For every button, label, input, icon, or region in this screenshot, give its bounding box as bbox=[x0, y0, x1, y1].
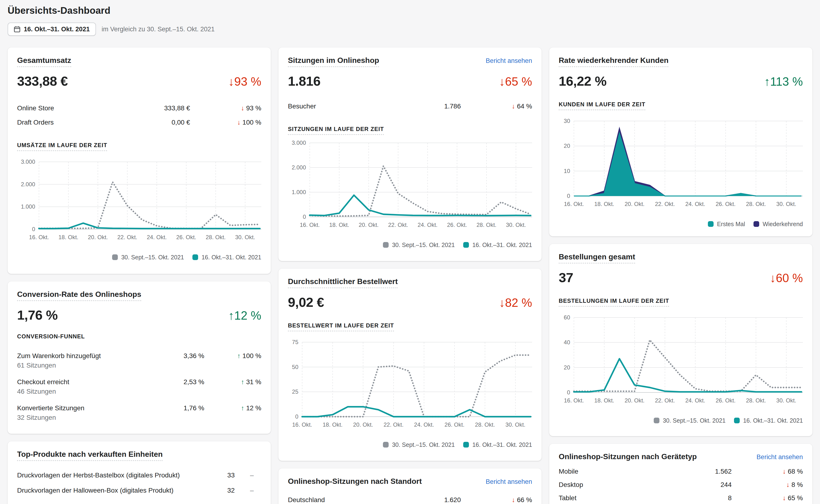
cards-grid: Gesamtumsatz 333,88 € ↓93 % Online Store… bbox=[8, 47, 812, 504]
chart-legend: 30. Sept.–15. Okt. 202116. Okt.–31. Okt.… bbox=[559, 417, 803, 424]
svg-text:16. Okt.: 16. Okt. bbox=[564, 201, 584, 207]
card-title-aov[interactable]: Durchschnittlicher Bestellwert bbox=[288, 277, 398, 288]
date-controls: 16. Okt.–31. Okt. 2021 im Vergleich zu 3… bbox=[8, 23, 812, 36]
chart-section-label: UMSÄTZE IM LAUFE DER ZEIT bbox=[17, 142, 261, 149]
metric-value: 1,76 % bbox=[17, 307, 58, 323]
card-title-sessions[interactable]: Sitzungen im Onlineshop bbox=[288, 56, 379, 67]
svg-text:26. Okt.: 26. Okt. bbox=[176, 234, 196, 240]
legend-item: 30. Sept.–15. Okt. 2021 bbox=[112, 254, 184, 261]
svg-text:22. Okt.: 22. Okt. bbox=[388, 222, 408, 228]
svg-text:26. Okt.: 26. Okt. bbox=[716, 201, 736, 207]
svg-text:16. Okt.: 16. Okt. bbox=[300, 222, 320, 228]
legend-item: 16. Okt.–31. Okt. 2021 bbox=[463, 441, 532, 448]
svg-text:50: 50 bbox=[292, 364, 298, 370]
svg-text:22. Okt.: 22. Okt. bbox=[655, 201, 675, 207]
card-title-conversion[interactable]: Conversion-Rate des Onlineshops bbox=[17, 290, 141, 301]
chart-section-label: BESTELLUNGEN IM LAUFE DER ZEIT bbox=[559, 298, 803, 304]
card-title-device: Onlineshop-Sitzungen nach Gerätetyp bbox=[559, 452, 697, 461]
card-location: Onlineshop-Sitzungen nach Standort Beric… bbox=[279, 468, 541, 504]
compare-label: im Vergleich zu 30. Sept.–15. Okt. 2021 bbox=[102, 26, 215, 33]
svg-text:28. Okt.: 28. Okt. bbox=[475, 421, 495, 428]
view-report-link[interactable]: Bericht ansehen bbox=[486, 478, 532, 485]
metric-value: 333,88 € bbox=[17, 73, 68, 89]
page-title: Übersichts-Dashboard bbox=[8, 0, 812, 16]
chart-section-label: SITZUNGEN IM LAUFE DER ZEIT bbox=[288, 126, 532, 132]
revenue-chart: 01.0002.0003.00016. Okt.18. Okt.20. Okt.… bbox=[17, 159, 261, 261]
svg-text:20. Okt.: 20. Okt. bbox=[353, 421, 373, 428]
legend-item: 16. Okt.–31. Okt. 2021 bbox=[463, 242, 532, 248]
svg-text:20: 20 bbox=[564, 364, 570, 371]
card-returning-customers: Rate wiederkehrender Kunden 16,22 % ↑113… bbox=[549, 47, 812, 236]
metric-value: 1.816 bbox=[288, 73, 321, 89]
svg-text:75: 75 bbox=[292, 339, 298, 345]
card-title-orders[interactable]: Bestellungen gesamt bbox=[559, 252, 635, 264]
metric-change: ↓65 % bbox=[499, 75, 532, 89]
svg-text:0: 0 bbox=[303, 214, 306, 220]
dashboard-page: Übersichts-Dashboard 16. Okt.–31. Okt. 2… bbox=[0, 0, 820, 504]
svg-text:16. Okt.: 16. Okt. bbox=[29, 234, 49, 240]
svg-text:26. Okt.: 26. Okt. bbox=[447, 222, 467, 228]
funnel-section-label: CONVERSION-FUNNEL bbox=[17, 333, 261, 340]
svg-text:18. Okt.: 18. Okt. bbox=[58, 234, 78, 240]
svg-text:60: 60 bbox=[564, 315, 570, 321]
card-conversion: Conversion-Rate des Onlineshops 1,76 % ↑… bbox=[8, 281, 271, 434]
view-report-link[interactable]: Bericht ansehen bbox=[757, 453, 803, 461]
card-sessions: Sitzungen im Onlineshop Bericht ansehen … bbox=[279, 47, 541, 261]
svg-text:16. Okt.: 16. Okt. bbox=[564, 397, 584, 404]
breakdown-row: Besucher 1.786 ↓ 64 % bbox=[288, 99, 532, 113]
svg-text:0: 0 bbox=[295, 413, 298, 420]
chart-legend: 30. Sept.–15. Okt. 202116. Okt.–31. Okt.… bbox=[17, 254, 261, 261]
metric-change: ↑12 % bbox=[228, 309, 261, 322]
product-row: Druckvorlagen der Halloween-Box (digital… bbox=[17, 483, 261, 498]
svg-text:24. Okt.: 24. Okt. bbox=[414, 421, 434, 428]
svg-text:18. Okt.: 18. Okt. bbox=[594, 201, 614, 207]
legend-item: 30. Sept.–15. Okt. 2021 bbox=[654, 417, 726, 424]
chart-section-label: KUNDEN IM LAUFE DER ZEIT bbox=[559, 101, 803, 108]
chart-legend: Erstes MalWiederkehrend bbox=[559, 221, 803, 228]
svg-text:1.000: 1.000 bbox=[21, 203, 35, 210]
card-orders: Bestellungen gesamt 37 ↓60 % BESTELLUNGE… bbox=[549, 244, 812, 436]
svg-text:0: 0 bbox=[32, 226, 35, 232]
svg-text:30. Okt.: 30. Okt. bbox=[235, 234, 255, 240]
svg-text:3.000: 3.000 bbox=[292, 140, 306, 146]
card-top-products: Top-Produkte nach verkauften Einheiten D… bbox=[8, 441, 271, 504]
card-title-returning[interactable]: Rate wiederkehrender Kunden bbox=[559, 56, 669, 67]
metric-change: ↑113 % bbox=[764, 75, 803, 89]
device-row: Tablet 8 ↓ 65 % bbox=[559, 491, 803, 504]
card-aov: Durchschnittlicher Bestellwert 9,02 € ↓8… bbox=[279, 269, 541, 461]
legend-item: 16. Okt.–31. Okt. 2021 bbox=[734, 417, 803, 424]
svg-text:24. Okt.: 24. Okt. bbox=[418, 222, 438, 228]
svg-text:30. Okt.: 30. Okt. bbox=[505, 421, 525, 428]
column-2: Sitzungen im Onlineshop Bericht ansehen … bbox=[279, 47, 541, 504]
view-report-link[interactable]: Bericht ansehen bbox=[486, 57, 532, 65]
svg-text:20: 20 bbox=[564, 143, 570, 149]
card-gesamtumsatz: Gesamtumsatz 333,88 € ↓93 % Online Store… bbox=[8, 47, 271, 274]
legend-item: 30. Sept.–15. Okt. 2021 bbox=[383, 242, 455, 248]
metric-value: 16,22 % bbox=[559, 73, 606, 89]
svg-text:30. Okt.: 30. Okt. bbox=[776, 397, 796, 404]
svg-text:24. Okt.: 24. Okt. bbox=[685, 397, 705, 404]
svg-text:18. Okt.: 18. Okt. bbox=[329, 222, 349, 228]
metric-change: ↓82 % bbox=[499, 296, 532, 310]
funnel-row: Zum Warenkorb hinzugefügt61 Sitzungen 3,… bbox=[17, 351, 261, 370]
card-title-top-products[interactable]: Top-Produkte nach verkauften Einheiten bbox=[17, 450, 163, 461]
calendar-icon bbox=[14, 26, 20, 33]
legend-item: 30. Sept.–15. Okt. 2021 bbox=[383, 441, 455, 448]
svg-text:22. Okt.: 22. Okt. bbox=[655, 397, 675, 404]
date-range-button[interactable]: 16. Okt.–31. Okt. 2021 bbox=[8, 23, 96, 36]
breakdown-row: Online Store 333,88 € ↓ 93 % bbox=[17, 101, 261, 115]
svg-text:18. Okt.: 18. Okt. bbox=[594, 397, 614, 404]
svg-text:20. Okt.: 20. Okt. bbox=[625, 201, 645, 207]
card-device: Onlineshop-Sitzungen nach Gerätetyp Beri… bbox=[549, 444, 812, 504]
svg-text:40: 40 bbox=[564, 339, 570, 345]
svg-text:26. Okt.: 26. Okt. bbox=[444, 421, 464, 428]
metric-change: ↓60 % bbox=[770, 271, 803, 285]
legend-item: 16. Okt.–31. Okt. 2021 bbox=[192, 254, 261, 261]
svg-text:2.000: 2.000 bbox=[21, 181, 35, 187]
device-row: Mobile 1.562 ↓ 68 % bbox=[559, 465, 803, 478]
card-title-gesamtumsatz[interactable]: Gesamtumsatz bbox=[17, 56, 71, 67]
metric-value: 37 bbox=[559, 270, 573, 285]
breakdown-row: Draft Orders 0,00 € ↓ 100 % bbox=[17, 115, 261, 130]
orders-chart: 020406016. Okt.18. Okt.20. Okt.22. Okt.2… bbox=[559, 315, 803, 424]
sessions-chart: 01.0002.0003.00016. Okt.18. Okt.20. Okt.… bbox=[288, 140, 532, 248]
